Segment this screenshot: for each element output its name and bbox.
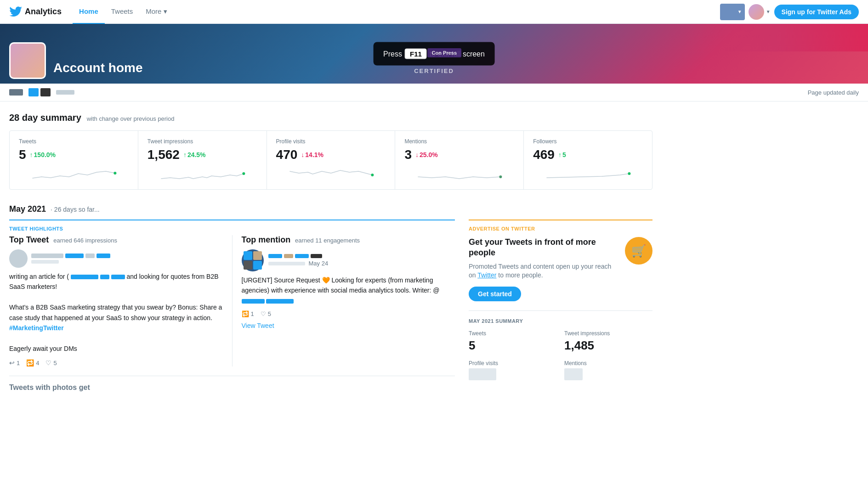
- nav-brand-label: Analytics: [25, 7, 62, 17]
- reply-icon: ↩: [9, 359, 15, 366]
- mention-retweet-icon: 🔁: [242, 310, 249, 317]
- two-col-layout: TWEET HIGHLIGHTS Top Tweet earned 646 im…: [9, 220, 652, 392]
- account-color-box: [723, 6, 736, 18]
- box-blue: [28, 88, 39, 96]
- author-handle-row: [31, 260, 110, 264]
- svg-point-1: [242, 172, 245, 175]
- card-label-impressions: Tweet impressions: [148, 138, 257, 145]
- mention-author-info: May 24: [268, 254, 329, 267]
- mini-chart-followers: [533, 167, 643, 180]
- handle-bar: [9, 89, 23, 96]
- may-stat-tweets-value: 5: [469, 338, 557, 353]
- may-stat-tweets-label: Tweets: [469, 330, 557, 337]
- hero-banner: Press F11 to exit full screen Account ho…: [0, 24, 868, 84]
- advertise-section-label: ADVERTISE ON TWITTER: [469, 226, 652, 237]
- mention-stats: 🔁 1 ♡ 5: [242, 310, 455, 317]
- nav-home-link[interactable]: Home: [73, 0, 105, 24]
- nav-links: Home Tweets More ▾: [73, 0, 174, 24]
- banner-certified-text: CERTIFIED: [414, 68, 454, 74]
- top-tweet-author-bars: [31, 254, 110, 264]
- tweet-highlights-label: TWEET HIGHLIGHTS: [9, 220, 455, 235]
- period-header: May 2021 · 26 days so far...: [9, 204, 652, 214]
- like-icon: ♡: [45, 359, 51, 366]
- card-change-followers: ↑ 5: [558, 151, 566, 158]
- get-started-button[interactable]: Get started: [469, 287, 521, 301]
- may-stat-mentions-label: Mentions: [564, 360, 652, 366]
- mention-name-bars: [268, 254, 329, 258]
- top-tweet-avatar: [9, 249, 28, 268]
- author-dash-bar: [85, 254, 95, 258]
- may-stat-mentions: Mentions: [564, 360, 652, 380]
- tweet-reply-stat: ↩ 1: [9, 359, 20, 366]
- nav-tweets-link[interactable]: Tweets: [105, 0, 140, 24]
- avatar-chevron-icon: ▼: [766, 9, 771, 14]
- mention-avatar-q2: [253, 251, 262, 260]
- card-followers: Followers 469 ↑ 5: [524, 131, 652, 189]
- summary-cards: Tweets 5 ↑ 150.0% Tweet impressions 1,56…: [9, 130, 652, 190]
- advertise-section: ADVERTISE ON TWITTER Get your Tweets in …: [469, 220, 652, 310]
- extra-bar: [56, 90, 74, 95]
- account-home-title: Account home: [53, 61, 142, 75]
- main-content: 28 day summary with change over previous…: [0, 101, 662, 403]
- page-updated-label: Page updated daily: [808, 89, 859, 96]
- right-column: ADVERTISE ON TWITTER Get your Tweets in …: [469, 220, 652, 392]
- card-value-visits: 470 ↓ 14.1%: [276, 147, 386, 162]
- account-chevron-icon: ▼: [738, 9, 742, 14]
- mention-avatar-q4: [253, 261, 262, 270]
- card-label-tweets: Tweets: [19, 138, 129, 145]
- mini-chart-mentions: [404, 167, 514, 180]
- author-link-bar2: [96, 254, 110, 258]
- account-home-overlay: Account home: [0, 42, 152, 84]
- may-stat-visits-label: Profile visits: [469, 360, 557, 366]
- advertise-content: Get your Tweets in front of more people …: [469, 237, 652, 301]
- card-value-tweets: 5 ↑ 150.0%: [19, 147, 129, 162]
- card-mentions: Mentions 3 ↓ 25.0%: [395, 131, 524, 189]
- mention-avatar: [242, 249, 264, 271]
- svg-point-4: [628, 172, 631, 175]
- author-link-bar: [65, 254, 84, 258]
- profile-meta: [9, 88, 74, 96]
- cart-icon-circle: 🛒: [625, 237, 652, 265]
- tweet-like-stat: ♡ 5: [45, 359, 57, 366]
- retweet-icon: 🔁: [26, 359, 34, 366]
- top-mention-earned: earned 11 engagements: [295, 237, 360, 244]
- top-nav: Analytics Home Tweets More ▾ ▼ ▼ Sign up…: [0, 0, 868, 24]
- view-tweet-link[interactable]: View Tweet: [242, 322, 274, 329]
- signup-button[interactable]: Sign up for Twitter Ads: [774, 5, 859, 19]
- twitter-bird-icon: [9, 6, 22, 17]
- svg-point-3: [499, 175, 502, 178]
- may-stat-tweets: Tweets 5: [469, 330, 557, 353]
- period-subtitle: · 26 days so far...: [51, 206, 100, 213]
- card-change-mentions: ↓ 25.0%: [415, 151, 438, 158]
- mention-like-icon: ♡: [261, 310, 266, 317]
- box-dark: [40, 88, 51, 96]
- tweets-photos-hint: Tweets with photos get: [9, 376, 455, 392]
- card-impressions: Tweet impressions 1,562 ↑ 24.5%: [138, 131, 267, 189]
- nav-right: ▼ ▼ Sign up for Twitter Ads: [720, 4, 859, 20]
- card-label-visits: Profile visits: [276, 138, 386, 145]
- profile-avatar-box: [9, 42, 46, 79]
- mention-retweet-stat: 🔁 1: [242, 310, 254, 317]
- author-name-bar1: [31, 254, 63, 258]
- may-stat-impressions: Tweet impressions 1,485: [564, 330, 652, 353]
- advertise-title: Get your Tweets in front of more people: [469, 237, 618, 259]
- card-value-impressions: 1,562 ↑ 24.5%: [148, 147, 257, 162]
- account-selector-button[interactable]: ▼: [720, 4, 745, 20]
- card-change-visits: ↓ 14.1%: [301, 151, 323, 158]
- avatar-button[interactable]: ▼: [749, 4, 771, 20]
- svg-point-2: [371, 174, 374, 176]
- card-profile-visits: Profile visits 470 ↓ 14.1%: [267, 131, 396, 189]
- f11-key-badge: F11: [405, 49, 427, 59]
- period-title: May 2021: [9, 204, 46, 214]
- mention-author-row: May 24: [242, 249, 455, 271]
- summary-header: 28 day summary with change over previous…: [9, 113, 652, 123]
- card-value-mentions: 3 ↓ 25.0%: [404, 147, 514, 162]
- may-summary-section: MAY 2021 SUMMARY Tweets 5 Tweet impressi…: [469, 318, 652, 380]
- card-label-followers: Followers: [533, 138, 643, 145]
- may-stat-visits-placeholder: [469, 368, 496, 380]
- top-tweet-header: Top Tweet earned 646 impressions: [9, 235, 223, 245]
- mini-chart-tweets: [19, 167, 129, 180]
- nav-more-link[interactable]: More ▾: [139, 0, 173, 24]
- advertise-text-area: Get your Tweets in front of more people …: [469, 237, 618, 301]
- may-stats-grid: Tweets 5 Tweet impressions 1,485 Profile…: [469, 330, 652, 380]
